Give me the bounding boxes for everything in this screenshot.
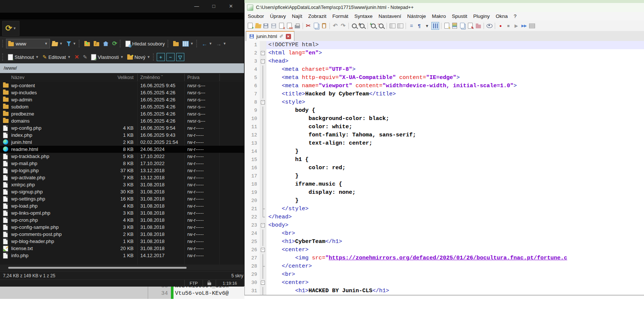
dropdown-icon[interactable]: ▾ [423,22,431,29]
redo-icon[interactable]: ↷ [340,22,347,29]
fold-margin[interactable] [260,262,266,271]
menu-okna[interactable]: Okna [493,13,511,19]
edit-button[interactable]: ✎ Editovat ▼ [41,52,73,62]
replace-icon[interactable]: a [359,22,366,29]
fold-margin[interactable] [260,107,266,115]
protocol-cell[interactable]: FTP [184,280,203,287]
find-icon[interactable] [351,22,358,29]
menu-pluginy[interactable]: Pluginy [470,13,493,19]
fold-margin[interactable] [260,180,266,189]
pin-icon[interactable]: ✐ [279,34,284,39]
open-folder-icon[interactable] [254,22,262,29]
background-editor-window[interactable]: 3334 web.w190304_diskVtu56-voL8-KEv6@ [0,285,244,299]
file-row[interactable]: wp-includes16.05.2025 4:26rwsr-s--- [0,89,244,96]
zoom-out-icon[interactable]: − [378,22,385,29]
code-line[interactable]: 11 color: white; [245,123,644,131]
toolbar-grip[interactable] [2,53,4,61]
code-line[interactable]: 10 background-color: black; [245,115,644,123]
file-row[interactable]: readme.html8 KB24.06.2024rw-r----- [0,146,244,153]
fold-margin[interactable] [260,164,266,172]
fold-collapse-icon[interactable]: − [261,281,265,285]
menu-makro[interactable]: Makro [429,13,449,19]
copy-icon[interactable] [313,22,320,29]
fold-margin[interactable] [260,197,266,205]
menu-formt[interactable]: Formát [329,13,351,19]
view-all-icon[interactable] [486,22,493,29]
folder-as-workspace-icon[interactable] [475,22,482,29]
fold-margin[interactable] [260,156,266,164]
code-line[interactable]: 9 body { [245,107,644,115]
column-size[interactable]: Velikost [110,73,134,82]
fold-margin[interactable] [260,254,266,262]
code-line[interactable]: 15 h1 { [245,156,644,164]
home-directory-button[interactable] [101,38,110,49]
column-changed[interactable]: Změněno ˇ [140,73,163,82]
close-all-icon[interactable]: xx [286,22,293,29]
menu-syntaxe[interactable]: Syntaxe [351,13,376,19]
directory-combo[interactable]: www ▼ [6,39,50,48]
refresh-button[interactable]: ⟳ [110,38,119,49]
play-macro-icon[interactable]: ▶ [513,22,520,29]
fold-margin[interactable] [260,41,266,49]
columns-button[interactable]: ▼ [181,38,196,49]
code-line[interactable]: 1<!DOCTYPE html> [245,41,644,49]
code-line[interactable]: 16 color: red; [245,164,644,172]
close-icon[interactable]: x [278,22,285,29]
file-row[interactable]: wp-activate.php7 KB13.12.2018rw-r----- [0,174,244,181]
code-line[interactable]: 29 <br> [245,271,644,279]
file-row[interactable]: wp-config.php4 KB16.06.2025 9:54rw-r----… [0,124,244,132]
code-editor[interactable]: 1<!DOCTYPE html>2−<html lang="en">3−<hea… [245,41,644,295]
paste-icon[interactable] [321,22,328,29]
new-button[interactable]: ✦ Nový ▼ [125,52,152,62]
code-line[interactable]: 28 </center> [245,262,644,271]
document-map-icon[interactable] [451,22,458,29]
remove-button[interactable]: − [166,53,175,61]
back-button[interactable]: ← ▼ [200,38,214,49]
run-macro-multiple-icon[interactable]: ▶▶ [520,22,528,29]
word-wrap-icon[interactable]: ≡ [408,22,415,29]
fold-margin[interactable] [260,74,266,82]
fold-margin[interactable] [260,287,266,295]
fold-margin[interactable] [260,123,266,131]
close-tab-icon[interactable]: ✕ [286,34,291,39]
zoom-in-icon[interactable]: + [370,22,377,29]
code-line[interactable]: 8− <style> [245,98,644,107]
add-button[interactable]: + [157,53,165,61]
fold-collapse-icon[interactable]: − [261,51,265,55]
sync-horizontal-icon[interactable] [397,22,404,29]
file-row[interactable]: wp-admin16.05.2025 4:26rwsr-s--- [0,96,244,103]
toolbar-grip[interactable] [79,40,81,47]
fold-margin[interactable] [260,213,266,221]
root-directory-button[interactable]: / [92,38,101,49]
horizontal-scrollbar[interactable] [0,265,244,271]
code-line[interactable]: 6 <meta name="viewport" content="width=d… [245,82,644,90]
fold-margin[interactable] [260,230,266,238]
code-line[interactable]: 30− <center> [245,279,644,287]
code-line[interactable]: 4 <meta charset="UTF-8"> [245,66,644,74]
fold-margin[interactable] [260,271,266,279]
fold-margin[interactable]: − [260,98,266,107]
encryption-cell[interactable] [203,280,216,287]
code-line[interactable]: 13 text-align: center; [245,139,644,148]
function-list-icon[interactable]: ϟ [443,22,450,29]
code-line[interactable]: 18 iframe.music { [245,180,644,189]
code-line[interactable]: 25 <h1>CyberTeam</h1> [245,238,644,246]
file-row[interactable]: wp-signup.php30 KB31.08.2018rw-r----- [0,188,244,195]
file-row[interactable]: wp-content16.06.2025 9:45rwsr-s--- [0,82,244,89]
maximize-button[interactable]: □ [210,3,218,10]
menu-nstroje[interactable]: Nástroje [404,13,429,19]
remote-path-bar[interactable]: /www/ [0,63,244,73]
panels-button[interactable] [171,38,181,49]
fold-margin[interactable] [260,82,266,90]
file-row[interactable]: predbezne16.05.2025 4:26rwsr-s--- [0,110,244,117]
macro-editor-icon[interactable]: ✎ [467,22,474,29]
file-row[interactable]: wp-comments-post.php2 KB31.08.2018rw-r--… [0,231,244,238]
print-icon[interactable] [294,22,301,29]
column-perms[interactable]: Práva [187,73,200,82]
fold-margin[interactable] [260,139,266,148]
fold-margin[interactable] [260,148,266,156]
save-icon[interactable] [262,22,269,29]
code-line[interactable]: 21 </style> [245,205,644,213]
fold-collapse-icon[interactable]: − [261,248,265,252]
code-line[interactable]: 31 <h1>HACKED BY Junin-CLS</h1> [245,287,644,295]
